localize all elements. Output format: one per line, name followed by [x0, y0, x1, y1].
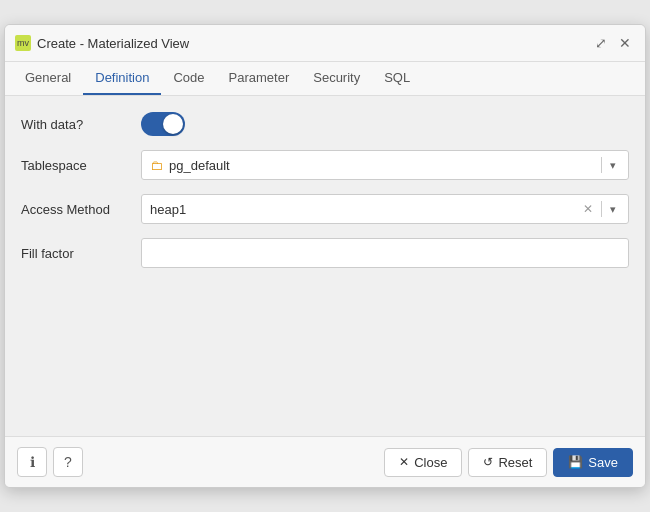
help-button[interactable]: ? — [53, 447, 83, 477]
with-data-control — [141, 112, 629, 136]
title-actions: ⤢ ✕ — [591, 33, 635, 53]
tablespace-row: Tablespace 🗀 pg_default ▾ — [21, 150, 629, 180]
fill-factor-input[interactable] — [141, 238, 629, 268]
reset-btn-label: Reset — [498, 455, 532, 470]
access-method-clear-button[interactable]: ✕ — [579, 200, 597, 218]
fill-factor-label: Fill factor — [21, 246, 141, 261]
tab-parameter[interactable]: Parameter — [217, 62, 302, 95]
tab-sql[interactable]: SQL — [372, 62, 422, 95]
access-method-value: heap1 — [150, 202, 579, 217]
save-btn-icon: 💾 — [568, 455, 583, 469]
tab-definition[interactable]: Definition — [83, 62, 161, 95]
reset-button[interactable]: ↺ Reset — [468, 448, 547, 477]
info-icon: ℹ — [30, 454, 35, 470]
save-button[interactable]: 💾 Save — [553, 448, 633, 477]
footer-right: ✕ Close ↺ Reset 💾 Save — [384, 448, 633, 477]
expand-icon: ⤢ — [595, 35, 607, 51]
close-btn-icon: ✕ — [399, 455, 409, 469]
tablespace-value: 🗀 pg_default — [150, 158, 599, 173]
tab-bar: General Definition Code Parameter Securi… — [5, 62, 645, 96]
folder-icon: 🗀 — [150, 158, 163, 173]
access-method-actions: ✕ ▾ — [579, 200, 620, 218]
with-data-row: With data? — [21, 112, 629, 136]
toggle-thumb — [163, 114, 183, 134]
reset-btn-icon: ↺ — [483, 455, 493, 469]
close-btn-label: Close — [414, 455, 447, 470]
tablespace-dropdown-button[interactable]: ▾ — [606, 157, 620, 174]
info-button[interactable]: ℹ — [17, 447, 47, 477]
title-bar: mv Create - Materialized View ⤢ ✕ — [5, 25, 645, 62]
save-btn-label: Save — [588, 455, 618, 470]
access-method-control: heap1 ✕ ▾ — [141, 194, 629, 224]
toggle-track — [141, 112, 185, 136]
footer-left: ℹ ? — [17, 447, 384, 477]
expand-button[interactable]: ⤢ — [591, 33, 611, 53]
access-method-label: Access Method — [21, 202, 141, 217]
footer: ℹ ? ✕ Close ↺ Reset 💾 Save — [5, 436, 645, 487]
tablespace-actions: ▾ — [599, 157, 620, 174]
tablespace-select[interactable]: 🗀 pg_default ▾ — [141, 150, 629, 180]
help-icon: ? — [64, 454, 72, 470]
window-title: Create - Materialized View — [37, 36, 585, 51]
tablespace-label: Tablespace — [21, 158, 141, 173]
tab-security[interactable]: Security — [301, 62, 372, 95]
tab-code[interactable]: Code — [161, 62, 216, 95]
close-window-icon: ✕ — [619, 35, 631, 51]
form-content: With data? Tablespace 🗀 pg_default — [5, 96, 645, 436]
field-divider-2 — [601, 201, 602, 217]
with-data-toggle[interactable] — [141, 112, 629, 136]
access-method-dropdown-button[interactable]: ▾ — [606, 201, 620, 218]
access-method-select[interactable]: heap1 ✕ ▾ — [141, 194, 629, 224]
tab-general[interactable]: General — [13, 62, 83, 95]
field-divider — [601, 157, 602, 173]
dialog: mv Create - Materialized View ⤢ ✕ Genera… — [4, 24, 646, 488]
close-window-button[interactable]: ✕ — [615, 33, 635, 53]
close-button[interactable]: ✕ Close — [384, 448, 462, 477]
access-method-row: Access Method heap1 ✕ ▾ — [21, 194, 629, 224]
fill-factor-control — [141, 238, 629, 268]
fill-factor-row: Fill factor — [21, 238, 629, 268]
tablespace-control: 🗀 pg_default ▾ — [141, 150, 629, 180]
with-data-label: With data? — [21, 117, 141, 132]
app-icon: mv — [15, 35, 31, 51]
